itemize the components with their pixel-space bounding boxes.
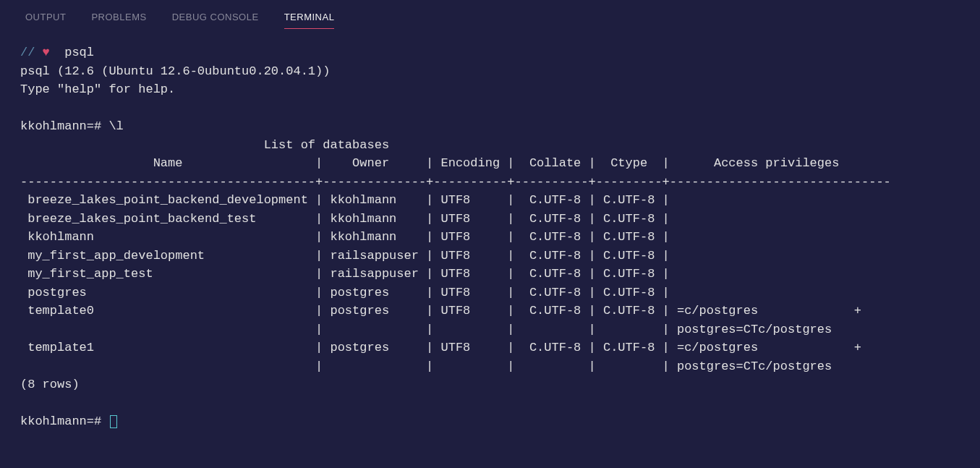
prompt-slashes: //	[20, 46, 35, 59]
table-row: template0 | postgres | UTF8 | C.UTF-8 | …	[20, 304, 861, 318]
tab-output[interactable]: OUTPUT	[25, 7, 66, 29]
table-row: breeze_lakes_point_backend_test | kkohlm…	[20, 212, 891, 226]
table-row: | | | | | postgres=CTc/postgres	[20, 323, 832, 336]
table-separator: ----------------------------------------…	[20, 175, 891, 189]
table-row: breeze_lakes_point_backend_development |…	[20, 193, 891, 207]
table-row: my_first_app_development | railsappuser …	[20, 249, 891, 263]
psql-prompt-current: kkohlmann=#	[20, 414, 117, 428]
tab-problems[interactable]: PROBLEMS	[91, 7, 146, 29]
psql-prompt-list-cmd: kkohlmann=# \l	[20, 119, 124, 133]
psql-version-line: psql (12.6 (Ubuntu 12.6-0ubuntu0.20.04.1…	[20, 64, 330, 78]
table-row: template1 | postgres | UTF8 | C.UTF-8 | …	[20, 341, 861, 354]
terminal-output[interactable]: // ♥ psql psql (12.6 (Ubuntu 12.6-0ubunt…	[0, 29, 980, 431]
tab-debug-console[interactable]: DEBUG CONSOLE	[172, 7, 259, 29]
cursor-icon	[110, 415, 117, 428]
heart-icon: ♥	[43, 46, 50, 59]
row-count-line: (8 rows)	[20, 378, 80, 391]
psql-help-line: Type "help" for help.	[20, 82, 175, 96]
command-text: psql	[64, 46, 94, 59]
table-row: | | | | | postgres=CTc/postgres	[20, 359, 832, 373]
table-title: List of databases	[20, 138, 898, 152]
prompt-line: // ♥ psql	[20, 46, 94, 59]
table-header-row: Name | Owner | Encoding | Collate | Ctyp…	[20, 156, 898, 170]
panel-tab-bar: OUTPUT PROBLEMS DEBUG CONSOLE TERMINAL	[0, 0, 980, 29]
table-row: kkohlmann | kkohlmann | UTF8 | C.UTF-8 |…	[20, 230, 891, 244]
tab-terminal[interactable]: TERMINAL	[284, 7, 335, 29]
table-row: my_first_app_test | railsappuser | UTF8 …	[20, 267, 891, 281]
table-row: postgres | postgres | UTF8 | C.UTF-8 | C…	[20, 286, 891, 299]
